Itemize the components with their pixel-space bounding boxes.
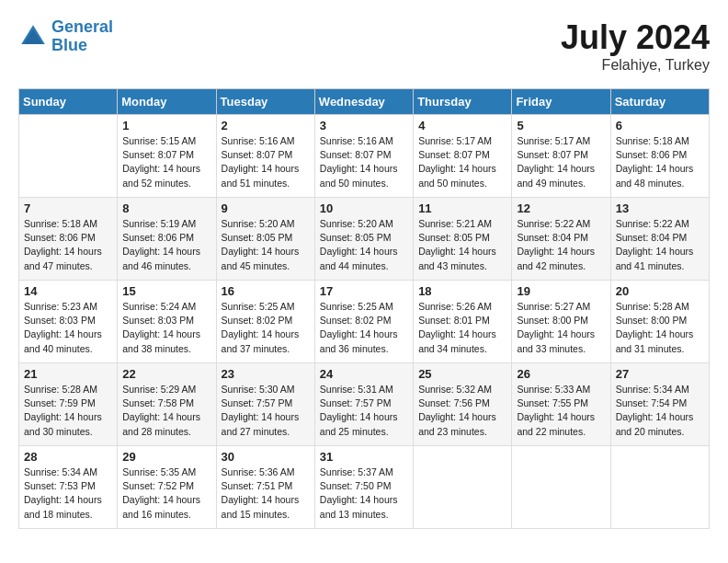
calendar-cell: 7Sunrise: 5:18 AMSunset: 8:06 PMDaylight… <box>19 198 118 281</box>
header-day-thursday: Thursday <box>414 89 512 115</box>
calendar-cell: 30Sunrise: 5:36 AMSunset: 7:51 PMDayligh… <box>216 446 314 529</box>
day-number: 21 <box>24 367 112 381</box>
day-info: Sunrise: 5:25 AMSunset: 8:02 PMDaylight:… <box>222 300 310 356</box>
day-number: 26 <box>517 367 605 381</box>
day-info: Sunrise: 5:35 AMSunset: 7:52 PMDaylight:… <box>122 465 210 522</box>
day-info: Sunrise: 5:22 AMSunset: 8:04 PMDaylight:… <box>517 217 605 273</box>
calendar-cell: 5Sunrise: 5:17 AMSunset: 8:07 PMDaylight… <box>512 115 610 198</box>
day-number: 28 <box>24 450 112 464</box>
page-header: General Blue July 2024 Felahiye, Turkey <box>18 18 710 74</box>
calendar-cell: 13Sunrise: 5:22 AMSunset: 8:04 PMDayligh… <box>610 198 709 281</box>
location-title: Felahiye, Turkey <box>561 57 710 74</box>
day-info: Sunrise: 5:32 AMSunset: 7:56 PMDaylight:… <box>418 383 506 439</box>
day-number: 10 <box>320 201 408 215</box>
calendar-cell: 21Sunrise: 5:28 AMSunset: 7:59 PMDayligh… <box>19 363 118 446</box>
calendar-cell <box>512 446 610 529</box>
logo-icon <box>18 22 48 52</box>
logo-blue: Blue <box>51 36 87 54</box>
day-info: Sunrise: 5:31 AMSunset: 7:57 PMDaylight:… <box>320 383 408 439</box>
day-number: 22 <box>122 367 210 381</box>
day-info: Sunrise: 5:33 AMSunset: 7:55 PMDaylight:… <box>517 383 605 439</box>
day-number: 9 <box>222 201 310 215</box>
day-info: Sunrise: 5:24 AMSunset: 8:03 PMDaylight:… <box>122 300 210 356</box>
calendar-cell: 19Sunrise: 5:27 AMSunset: 8:00 PMDayligh… <box>512 281 610 363</box>
day-number: 7 <box>24 201 112 215</box>
day-number: 2 <box>222 119 310 132</box>
week-row-1: 1Sunrise: 5:15 AMSunset: 8:07 PMDaylight… <box>19 115 710 198</box>
day-info: Sunrise: 5:22 AMSunset: 8:04 PMDaylight:… <box>616 217 704 273</box>
day-info: Sunrise: 5:15 AMSunset: 8:07 PMDaylight:… <box>122 134 210 190</box>
day-number: 18 <box>418 284 506 298</box>
week-row-2: 7Sunrise: 5:18 AMSunset: 8:06 PMDaylight… <box>19 198 710 281</box>
calendar-cell: 8Sunrise: 5:19 AMSunset: 8:06 PMDaylight… <box>118 198 216 281</box>
logo-text: General Blue <box>51 18 113 55</box>
week-row-4: 21Sunrise: 5:28 AMSunset: 7:59 PMDayligh… <box>19 363 710 446</box>
calendar-table: SundayMondayTuesdayWednesdayThursdayFrid… <box>18 88 710 529</box>
calendar-body: 1Sunrise: 5:15 AMSunset: 8:07 PMDaylight… <box>19 115 710 529</box>
day-number: 24 <box>320 367 408 381</box>
day-number: 20 <box>616 284 704 298</box>
day-info: Sunrise: 5:19 AMSunset: 8:06 PMDaylight:… <box>122 217 210 273</box>
calendar-header: SundayMondayTuesdayWednesdayThursdayFrid… <box>19 89 710 115</box>
day-info: Sunrise: 5:18 AMSunset: 8:06 PMDaylight:… <box>616 134 704 190</box>
day-info: Sunrise: 5:17 AMSunset: 8:07 PMDaylight:… <box>517 134 605 190</box>
calendar-cell <box>610 446 709 529</box>
header-row: SundayMondayTuesdayWednesdayThursdayFrid… <box>19 89 710 115</box>
header-day-friday: Friday <box>512 89 610 115</box>
day-number: 25 <box>418 367 506 381</box>
calendar-cell: 29Sunrise: 5:35 AMSunset: 7:52 PMDayligh… <box>118 446 216 529</box>
day-info: Sunrise: 5:29 AMSunset: 7:58 PMDaylight:… <box>122 383 210 439</box>
week-row-3: 14Sunrise: 5:23 AMSunset: 8:03 PMDayligh… <box>19 281 710 363</box>
day-info: Sunrise: 5:30 AMSunset: 7:57 PMDaylight:… <box>222 383 310 439</box>
calendar-cell: 14Sunrise: 5:23 AMSunset: 8:03 PMDayligh… <box>19 281 118 363</box>
week-row-5: 28Sunrise: 5:34 AMSunset: 7:53 PMDayligh… <box>19 446 710 529</box>
logo: General Blue <box>18 18 113 55</box>
day-info: Sunrise: 5:20 AMSunset: 8:05 PMDaylight:… <box>222 217 310 273</box>
calendar-cell <box>19 115 118 198</box>
day-number: 1 <box>122 119 210 132</box>
calendar-cell: 4Sunrise: 5:17 AMSunset: 8:07 PMDaylight… <box>414 115 512 198</box>
day-number: 4 <box>418 119 506 132</box>
day-number: 31 <box>320 450 408 464</box>
calendar-cell: 3Sunrise: 5:16 AMSunset: 8:07 PMDaylight… <box>314 115 413 198</box>
calendar-cell: 22Sunrise: 5:29 AMSunset: 7:58 PMDayligh… <box>118 363 216 446</box>
header-day-sunday: Sunday <box>19 89 118 115</box>
calendar-cell: 20Sunrise: 5:28 AMSunset: 8:00 PMDayligh… <box>610 281 709 363</box>
calendar-cell: 25Sunrise: 5:32 AMSunset: 7:56 PMDayligh… <box>414 363 512 446</box>
calendar-cell: 23Sunrise: 5:30 AMSunset: 7:57 PMDayligh… <box>216 363 314 446</box>
month-title: July 2024 <box>561 18 710 57</box>
day-info: Sunrise: 5:34 AMSunset: 7:53 PMDaylight:… <box>24 465 112 522</box>
calendar-cell: 10Sunrise: 5:20 AMSunset: 8:05 PMDayligh… <box>314 198 413 281</box>
title-block: July 2024 Felahiye, Turkey <box>561 18 710 74</box>
day-number: 19 <box>517 284 605 298</box>
day-number: 13 <box>616 201 704 215</box>
day-number: 11 <box>418 201 506 215</box>
day-number: 8 <box>122 201 210 215</box>
calendar-cell: 28Sunrise: 5:34 AMSunset: 7:53 PMDayligh… <box>19 446 118 529</box>
calendar-cell: 27Sunrise: 5:34 AMSunset: 7:54 PMDayligh… <box>610 363 709 446</box>
day-info: Sunrise: 5:26 AMSunset: 8:01 PMDaylight:… <box>418 300 506 356</box>
day-info: Sunrise: 5:21 AMSunset: 8:05 PMDaylight:… <box>418 217 506 273</box>
day-number: 3 <box>320 119 408 132</box>
header-day-monday: Monday <box>118 89 216 115</box>
calendar-cell <box>414 446 512 529</box>
day-info: Sunrise: 5:23 AMSunset: 8:03 PMDaylight:… <box>24 300 112 356</box>
calendar-cell: 24Sunrise: 5:31 AMSunset: 7:57 PMDayligh… <box>314 363 413 446</box>
day-info: Sunrise: 5:34 AMSunset: 7:54 PMDaylight:… <box>616 383 704 439</box>
day-number: 15 <box>122 284 210 298</box>
day-number: 29 <box>122 450 210 464</box>
day-info: Sunrise: 5:28 AMSunset: 8:00 PMDaylight:… <box>616 300 704 356</box>
day-number: 27 <box>616 367 704 381</box>
day-number: 6 <box>616 119 704 132</box>
header-day-wednesday: Wednesday <box>314 89 413 115</box>
day-info: Sunrise: 5:16 AMSunset: 8:07 PMDaylight:… <box>320 134 408 190</box>
calendar-cell: 1Sunrise: 5:15 AMSunset: 8:07 PMDaylight… <box>118 115 216 198</box>
calendar-cell: 9Sunrise: 5:20 AMSunset: 8:05 PMDaylight… <box>216 198 314 281</box>
header-day-tuesday: Tuesday <box>216 89 314 115</box>
day-number: 12 <box>517 201 605 215</box>
calendar-cell: 31Sunrise: 5:37 AMSunset: 7:50 PMDayligh… <box>314 446 413 529</box>
day-info: Sunrise: 5:37 AMSunset: 7:50 PMDaylight:… <box>320 465 408 522</box>
day-info: Sunrise: 5:17 AMSunset: 8:07 PMDaylight:… <box>418 134 506 190</box>
calendar-cell: 18Sunrise: 5:26 AMSunset: 8:01 PMDayligh… <box>414 281 512 363</box>
header-day-saturday: Saturday <box>610 89 709 115</box>
